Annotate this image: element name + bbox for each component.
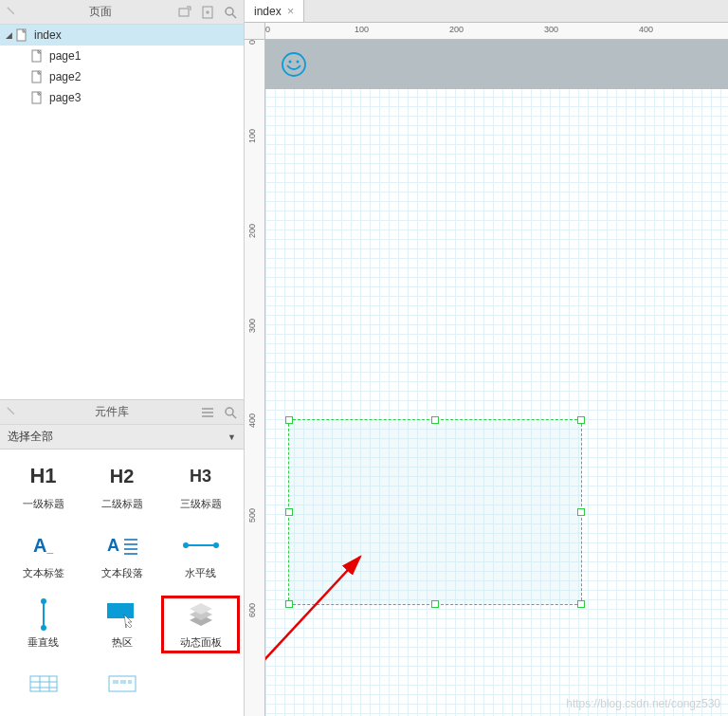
page-icon: [30, 70, 44, 83]
add-folder-icon[interactable]: [177, 5, 192, 20]
tab-index[interactable]: index ×: [245, 0, 304, 22]
lib-panel-title: 元件库: [23, 404, 200, 420]
svg-rect-0: [179, 9, 189, 16]
widget-grid: H1 一级标题 H2 二级标题 H3 三级标题 A_ 文本标签 A 文本段落 水…: [0, 450, 244, 716]
widget-h3[interactable]: H3 三级标题: [161, 457, 240, 515]
resize-handle-bm[interactable]: [431, 600, 439, 608]
widget-h2[interactable]: H2 二级标题: [82, 457, 161, 515]
widget-extra-1[interactable]: [4, 665, 82, 708]
dropdown-arrow-icon: ▼: [228, 432, 236, 442]
resize-handle-bl[interactable]: [285, 600, 293, 608]
resize-handle-tl[interactable]: [285, 416, 293, 424]
page-tree: ◢ index page1 page2 page3: [0, 25, 244, 399]
hamburger-icon[interactable]: [200, 405, 215, 420]
ruler-corner: [245, 23, 265, 40]
widget-label: 垂直线: [27, 635, 59, 650]
widget-label: 三级标题: [180, 497, 222, 511]
smiley-icon[interactable]: [281, 51, 307, 78]
horizontal-line-icon: [178, 530, 224, 560]
widget-label: 文本标签: [23, 566, 64, 580]
svg-point-12: [41, 625, 46, 631]
header-widget[interactable]: [265, 40, 728, 89]
dynamic-panel-icon: [178, 599, 224, 630]
pages-panel-title: 页面: [23, 4, 177, 20]
resize-handle-tr[interactable]: [577, 416, 585, 424]
widget-vertical-line[interactable]: 垂直线: [4, 596, 82, 653]
tab-label: index: [254, 5, 282, 18]
resize-handle-tm[interactable]: [431, 416, 439, 424]
watermark: https://blog.csdn.net/congz530: [566, 697, 720, 710]
ruler-tick: 400: [639, 25, 653, 34]
tree-item-page2[interactable]: page2: [0, 66, 244, 87]
vertical-ruler[interactable]: 0 100 200 300 400 500 600: [245, 40, 265, 716]
horizontal-ruler[interactable]: 0 100 200 300 400: [265, 23, 728, 40]
search-icon[interactable]: [223, 405, 238, 420]
widget-label: 热区: [112, 635, 133, 650]
pin-icon[interactable]: [6, 406, 19, 419]
vertical-line-icon: [21, 599, 66, 630]
svg-rect-18: [128, 680, 132, 684]
svg-point-2: [226, 8, 233, 15]
tree-item-index[interactable]: ◢ index: [0, 25, 244, 46]
tree-item-label: page2: [49, 70, 81, 83]
repeater-icon: [21, 669, 66, 699]
svg-point-7: [226, 408, 233, 415]
canvas-area: index × 0 100 200 300 400 0 100 200 300 …: [245, 0, 728, 716]
svg-text:A: A: [107, 536, 119, 555]
iframe-icon: [100, 669, 145, 699]
svg-point-10: [213, 542, 219, 548]
tree-item-label: page3: [49, 91, 81, 104]
widget-horizontal-line[interactable]: 水平线: [161, 526, 240, 584]
widget-paragraph[interactable]: A 文本段落: [82, 526, 161, 584]
canvas-viewport[interactable]: [265, 40, 728, 716]
close-icon[interactable]: ×: [287, 4, 295, 18]
resize-handle-ml[interactable]: [285, 508, 293, 516]
ruler-tick: 300: [247, 319, 257, 333]
tree-item-label: page1: [49, 49, 81, 63]
tree-item-page1[interactable]: page1: [0, 46, 244, 66]
widget-label: 水平线: [185, 566, 216, 580]
widget-library-panel: 元件库 选择全部 ▼ H1 一级标题 H2 二级标题 H3 三级标题: [0, 399, 245, 716]
h3-icon: H3: [178, 461, 224, 491]
tree-item-label: index: [34, 28, 62, 42]
expand-arrow-icon[interactable]: ◢: [6, 30, 15, 40]
h1-icon: H1: [21, 461, 66, 491]
library-selector[interactable]: 选择全部 ▼: [0, 425, 244, 450]
svg-point-20: [289, 61, 292, 64]
ruler-tick: 500: [247, 508, 257, 523]
dynamic-panel-instance[interactable]: [288, 419, 582, 605]
svg-rect-17: [120, 680, 126, 684]
page-icon: [15, 28, 28, 42]
widget-dynamic-panel[interactable]: 动态面板: [161, 596, 240, 653]
search-icon[interactable]: [223, 5, 238, 20]
paragraph-icon: A: [100, 530, 145, 560]
hot-zone-icon: [100, 599, 145, 630]
widget-label: 动态面板: [180, 635, 222, 650]
widget-text-label[interactable]: A_ 文本标签: [4, 526, 82, 584]
svg-rect-14: [30, 676, 57, 691]
tree-item-page3[interactable]: page3: [0, 87, 244, 108]
ruler-tick: 100: [355, 25, 369, 34]
resize-handle-br[interactable]: [577, 600, 585, 608]
svg-rect-13: [107, 603, 134, 618]
widget-h1[interactable]: H1 一级标题: [4, 457, 82, 515]
pages-panel: 页面 ◢ index page1 page2 p: [0, 0, 245, 399]
pin-icon[interactable]: [6, 6, 19, 19]
ruler-tick: 0: [265, 25, 270, 34]
ruler-tick: 0: [247, 40, 257, 45]
add-page-icon[interactable]: [200, 5, 215, 20]
resize-handle-mr[interactable]: [577, 508, 585, 516]
pages-panel-header: 页面: [0, 0, 244, 25]
ruler-tick: 200: [449, 25, 464, 34]
widget-label: 一级标题: [23, 497, 64, 511]
lib-panel-header: 元件库: [0, 400, 244, 425]
widget-hot-zone[interactable]: 热区: [82, 596, 161, 653]
page-icon: [30, 49, 44, 63]
tab-bar: index ×: [245, 0, 728, 23]
page-icon: [30, 91, 44, 104]
ruler-tick: 200: [247, 224, 257, 238]
ruler-tick: 600: [247, 603, 257, 617]
widget-extra-2[interactable]: [82, 665, 161, 708]
library-selector-text: 选择全部: [8, 429, 228, 445]
ruler-tick: 300: [544, 25, 558, 34]
